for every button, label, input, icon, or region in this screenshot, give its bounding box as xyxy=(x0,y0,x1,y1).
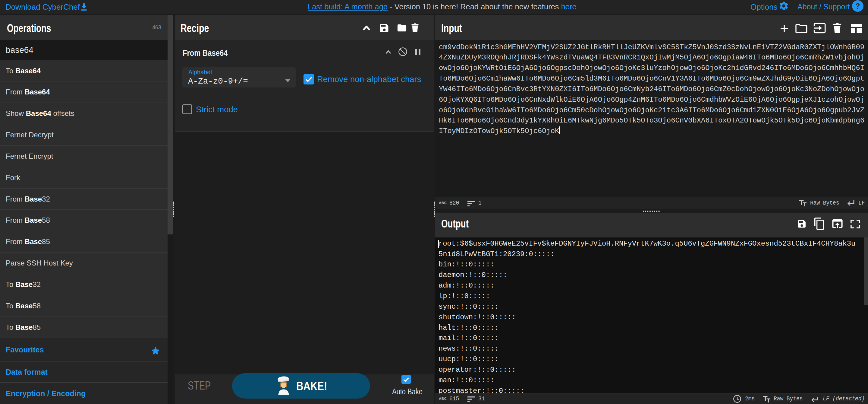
svg-text:?: ? xyxy=(855,2,860,10)
